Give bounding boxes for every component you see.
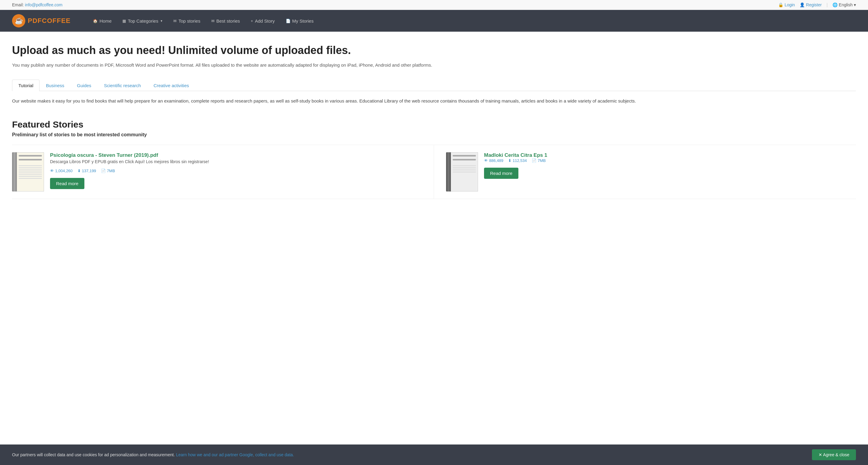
top-bar: Email: info@pdfcoffee.com 🔒 Login 👤 Regi… [0,0,868,10]
nav-top-categories[interactable]: ▦ Top Categories ▾ [118,16,167,26]
story-card-1: Psicología oscura - Steven Turner (2019)… [12,145,434,199]
stories-icon: ✉ [173,19,177,23]
story-downloads-1: ⬇ 137,199 [78,169,96,173]
nav-home[interactable]: 🏠 Home [89,16,116,26]
story-thumbnail-1 [12,152,44,192]
download-icon-2: ⬇ [508,158,512,163]
main-content: Upload as much as you need! Unlimited vo… [0,32,868,205]
book-line [19,155,42,156]
book-line [19,170,42,170]
tab-guides[interactable]: Guides [70,80,98,91]
story-thumbnail-2 [446,152,478,192]
story-info-1: Psicología oscura - Steven Turner (2019)… [50,152,422,189]
language-selector[interactable]: 🌐 English ▾ [832,2,856,7]
tabs-container: Tutorial Business Guides Scientific rese… [12,80,856,105]
brand-logo-link[interactable]: ☕ PDFCOFFEE [12,14,70,27]
lock-icon: 🔒 [778,2,783,7]
tabs: Tutorial Business Guides Scientific rese… [12,80,856,91]
hero-title: Upload as much as you need! Unlimited vo… [12,44,856,57]
read-more-button-1[interactable]: Read more [50,178,84,189]
book-line [453,170,476,170]
user-icon: 👤 [800,2,805,7]
my-stories-icon: 📄 [286,19,290,23]
story-meta-2: 👁 886,489 ⬇ 112,534 📄 7MB [484,158,849,163]
book-line [19,176,42,177]
hero-description: You may publish any number of documents … [12,61,856,69]
book-cover-2 [451,152,478,192]
stories-grid: Psicología oscura - Steven Turner (2019)… [12,145,856,199]
story-title-1[interactable]: Psicología oscura - Steven Turner (2019)… [50,152,158,158]
book-line [19,174,42,175]
file-icon: 📄 [101,169,106,173]
nav-top-stories[interactable]: ✉ Top stories [169,16,205,26]
login-link[interactable]: 🔒 Login [778,2,795,7]
featured-section: Featured Stories Preliminary list of sto… [12,119,856,199]
nav-best-stories[interactable]: ✉ Best stories [207,16,244,26]
file-icon-2: 📄 [532,158,536,163]
add-icon: + [251,19,253,23]
chevron-down-icon: ▾ [161,19,162,23]
story-desc-1: Descarga Libros PDF y EPUB gratis en Cli… [50,158,422,165]
top-bar-right: 🔒 Login 👤 Register | 🌐 English ▾ [778,2,856,7]
nav-home-label: Home [99,19,112,24]
globe-icon: 🌐 [832,2,838,7]
story-meta-1: 👁 1,004,260 ⬇ 137,199 📄 7MB [50,169,422,173]
story-title-2[interactable]: Madloki Cerita Citra Eps 1 [484,152,547,158]
nav-add-story[interactable]: + Add Story [247,16,279,26]
story-size-1: 📄 7MB [101,169,115,173]
email-info: Email: info@pdfcoffee.com [12,2,62,7]
book-line [453,155,476,156]
email-link[interactable]: info@pdfcoffee.com [25,2,62,7]
nav-categories-label: Top Categories [128,19,158,24]
book-line [19,178,42,179]
featured-subtitle: Preliminary list of stories to be most i… [12,132,856,138]
download-icon: ⬇ [78,169,81,173]
categories-icon: ▦ [122,19,126,23]
book-line [19,167,42,168]
book-line [19,159,42,161]
nav-add-story-label: Add Story [255,19,275,24]
tab-tutorial[interactable]: Tutorial [12,80,39,91]
nav-top-stories-label: Top stories [179,19,200,24]
story-size-2: 📄 7MB [532,158,546,163]
story-info-2: Madloki Cerita Citra Eps 1 👁 886,489 ⬇ 1… [484,152,849,179]
story-card-2: Madloki Cerita Citra Eps 1 👁 886,489 ⬇ 1… [434,145,856,199]
tab-creative-activities[interactable]: Creative activities [147,80,195,91]
nav-my-stories[interactable]: 📄 My Stories [281,16,318,26]
book-line [19,165,42,166]
book-line [453,167,476,168]
book-spine [12,152,17,192]
navbar: ☕ PDFCOFFEE 🏠 Home ▦ Top Categories ▾ ✉ … [0,10,868,32]
hero-section: Upload as much as you need! Unlimited vo… [12,44,856,69]
best-icon: ✉ [211,19,215,23]
book-line [453,159,476,161]
brand-logo: ☕ [12,14,25,27]
book-line [453,165,476,166]
home-icon: 🏠 [93,19,98,23]
story-downloads-2: ⬇ 112,534 [508,158,527,163]
navbar-nav: 🏠 Home ▦ Top Categories ▾ ✉ Top stories … [89,16,856,26]
email-label: Email: [12,2,24,7]
story-views-2: 👁 886,489 [484,158,503,163]
chevron-down-icon: ▾ [854,2,856,7]
read-more-button-2[interactable]: Read more [484,168,518,179]
tab-content: Our website makes it easy for you to fin… [12,97,856,105]
nav-my-stories-label: My Stories [292,19,314,24]
book-line [453,172,476,173]
featured-title: Featured Stories [12,119,856,130]
eye-icon: 👁 [50,169,54,173]
story-views-1: 👁 1,004,260 [50,169,73,173]
brand-name: PDFCOFFEE [28,17,70,25]
tab-scientific-research[interactable]: Scientific research [98,80,147,91]
divider: | [827,2,828,7]
book-spine-2 [446,152,451,192]
book-line [19,172,42,173]
book-cover [17,152,44,192]
nav-best-stories-label: Best stories [216,19,240,24]
register-link[interactable]: 👤 Register [800,2,822,7]
eye-icon-2: 👁 [484,158,488,163]
tab-business[interactable]: Business [39,80,70,91]
